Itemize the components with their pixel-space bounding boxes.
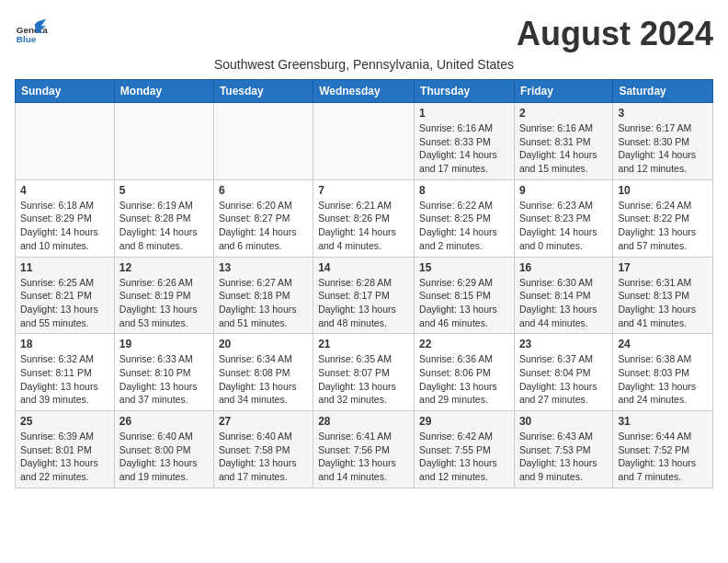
calendar-body: 1Sunrise: 6:16 AMSunset: 8:33 PMDaylight…: [16, 103, 713, 488]
day-number: 25: [20, 415, 109, 428]
day-info: Sunrise: 6:23 AMSunset: 8:23 PMDaylight:…: [519, 199, 608, 253]
column-header-sunday: Sunday: [16, 80, 115, 103]
calendar-cell: 10Sunrise: 6:24 AMSunset: 8:22 PMDayligh…: [613, 179, 713, 257]
calendar-cell: 20Sunrise: 6:34 AMSunset: 8:08 PMDayligh…: [213, 334, 313, 411]
day-number: 31: [618, 415, 708, 428]
calendar-cell: 23Sunrise: 6:37 AMSunset: 8:04 PMDayligh…: [514, 334, 612, 411]
column-header-friday: Friday: [514, 80, 612, 103]
day-info: Sunrise: 6:33 AMSunset: 8:10 PMDaylight:…: [119, 352, 209, 407]
day-info: Sunrise: 6:40 AMSunset: 8:00 PMDaylight:…: [119, 430, 209, 484]
day-number: 18: [20, 338, 109, 350]
column-header-tuesday: Tuesday: [213, 80, 313, 103]
column-header-saturday: Saturday: [613, 80, 713, 103]
day-number: 21: [318, 338, 409, 350]
calendar-cell: 31Sunrise: 6:44 AMSunset: 7:52 PMDayligh…: [613, 411, 713, 488]
day-info: Sunrise: 6:27 AMSunset: 8:18 PMDaylight:…: [219, 276, 308, 330]
day-info: Sunrise: 6:25 AMSunset: 8:21 PMDaylight:…: [20, 276, 109, 330]
calendar-cell: 2Sunrise: 6:16 AMSunset: 8:31 PMDaylight…: [514, 103, 612, 180]
day-number: 8: [419, 184, 509, 197]
day-number: 3: [618, 107, 708, 120]
day-info: Sunrise: 6:30 AMSunset: 8:14 PMDaylight:…: [519, 276, 608, 330]
day-info: Sunrise: 6:36 AMSunset: 8:06 PMDaylight:…: [419, 352, 509, 407]
day-number: 28: [318, 415, 409, 428]
day-number: 30: [519, 415, 608, 428]
header: General Blue August 2024: [15, 15, 713, 53]
day-info: Sunrise: 6:32 AMSunset: 8:11 PMDaylight:…: [20, 352, 109, 407]
day-number: 26: [119, 415, 209, 428]
day-number: 2: [519, 107, 608, 120]
calendar-cell: 18Sunrise: 6:32 AMSunset: 8:11 PMDayligh…: [16, 334, 115, 411]
calendar-cell: [213, 103, 313, 180]
day-info: Sunrise: 6:40 AMSunset: 7:58 PMDaylight:…: [219, 430, 308, 484]
day-number: 6: [219, 184, 308, 197]
day-number: 7: [318, 184, 409, 197]
calendar-cell: 6Sunrise: 6:20 AMSunset: 8:27 PMDaylight…: [213, 179, 313, 257]
svg-text:Blue: Blue: [17, 34, 37, 44]
calendar-cell: 1Sunrise: 6:16 AMSunset: 8:33 PMDaylight…: [415, 103, 515, 180]
day-info: Sunrise: 6:43 AMSunset: 7:53 PMDaylight:…: [519, 430, 608, 484]
logo: General Blue: [15, 15, 48, 48]
day-info: Sunrise: 6:31 AMSunset: 8:13 PMDaylight:…: [618, 276, 708, 330]
day-info: Sunrise: 6:41 AMSunset: 7:56 PMDaylight:…: [318, 430, 409, 484]
logo-icon: General Blue: [15, 15, 48, 48]
week-row-2: 4Sunrise: 6:18 AMSunset: 8:29 PMDaylight…: [16, 179, 713, 257]
day-info: Sunrise: 6:26 AMSunset: 8:19 PMDaylight:…: [119, 276, 209, 330]
day-info: Sunrise: 6:37 AMSunset: 8:04 PMDaylight:…: [519, 352, 608, 407]
day-info: Sunrise: 6:39 AMSunset: 8:01 PMDaylight:…: [20, 430, 109, 484]
header-row: SundayMondayTuesdayWednesdayThursdayFrid…: [16, 80, 713, 103]
day-info: Sunrise: 6:44 AMSunset: 7:52 PMDaylight:…: [618, 430, 708, 484]
calendar-cell: 11Sunrise: 6:25 AMSunset: 8:21 PMDayligh…: [16, 257, 115, 334]
calendar-cell: 8Sunrise: 6:22 AMSunset: 8:25 PMDaylight…: [415, 179, 515, 257]
day-info: Sunrise: 6:19 AMSunset: 8:28 PMDaylight:…: [119, 199, 209, 253]
day-number: 17: [618, 261, 708, 274]
calendar-cell: 3Sunrise: 6:17 AMSunset: 8:30 PMDaylight…: [613, 103, 713, 180]
day-number: 11: [20, 261, 109, 274]
calendar-cell: 28Sunrise: 6:41 AMSunset: 7:56 PMDayligh…: [313, 411, 415, 488]
day-info: Sunrise: 6:21 AMSunset: 8:26 PMDaylight:…: [318, 199, 409, 253]
calendar-cell: 25Sunrise: 6:39 AMSunset: 8:01 PMDayligh…: [16, 411, 115, 488]
calendar-cell: [313, 103, 415, 180]
calendar-cell: 14Sunrise: 6:28 AMSunset: 8:17 PMDayligh…: [313, 257, 415, 334]
day-info: Sunrise: 6:16 AMSunset: 8:31 PMDaylight:…: [519, 121, 608, 176]
day-info: Sunrise: 6:38 AMSunset: 8:03 PMDaylight:…: [618, 352, 708, 407]
calendar-cell: [16, 103, 115, 180]
day-info: Sunrise: 6:16 AMSunset: 8:33 PMDaylight:…: [419, 121, 509, 176]
calendar-header: SundayMondayTuesdayWednesdayThursdayFrid…: [16, 80, 713, 103]
day-number: 24: [618, 338, 708, 350]
calendar-cell: 26Sunrise: 6:40 AMSunset: 8:00 PMDayligh…: [114, 411, 213, 488]
day-number: 22: [419, 338, 509, 350]
day-info: Sunrise: 6:28 AMSunset: 8:17 PMDaylight:…: [318, 276, 409, 330]
day-number: 1: [419, 107, 509, 120]
day-info: Sunrise: 6:17 AMSunset: 8:30 PMDaylight:…: [618, 121, 708, 176]
week-row-4: 18Sunrise: 6:32 AMSunset: 8:11 PMDayligh…: [16, 334, 713, 411]
calendar-cell: 24Sunrise: 6:38 AMSunset: 8:03 PMDayligh…: [613, 334, 713, 411]
column-header-monday: Monday: [114, 80, 213, 103]
day-info: Sunrise: 6:24 AMSunset: 8:22 PMDaylight:…: [618, 199, 708, 253]
day-number: 12: [119, 261, 209, 274]
calendar-cell: 29Sunrise: 6:42 AMSunset: 7:55 PMDayligh…: [415, 411, 515, 488]
day-number: 19: [119, 338, 209, 350]
day-info: Sunrise: 6:34 AMSunset: 8:08 PMDaylight:…: [219, 352, 308, 407]
calendar-cell: 17Sunrise: 6:31 AMSunset: 8:13 PMDayligh…: [613, 257, 713, 334]
calendar-cell: [114, 103, 213, 180]
day-number: 9: [519, 184, 608, 197]
calendar-cell: 16Sunrise: 6:30 AMSunset: 8:14 PMDayligh…: [514, 257, 612, 334]
calendar-cell: 27Sunrise: 6:40 AMSunset: 7:58 PMDayligh…: [213, 411, 313, 488]
day-info: Sunrise: 6:18 AMSunset: 8:29 PMDaylight:…: [20, 199, 109, 253]
calendar-cell: 9Sunrise: 6:23 AMSunset: 8:23 PMDaylight…: [514, 179, 612, 257]
calendar-cell: 15Sunrise: 6:29 AMSunset: 8:15 PMDayligh…: [415, 257, 515, 334]
day-number: 10: [618, 184, 708, 197]
month-title: August 2024: [517, 15, 713, 53]
day-number: 16: [519, 261, 608, 274]
week-row-3: 11Sunrise: 6:25 AMSunset: 8:21 PMDayligh…: [16, 257, 713, 334]
day-info: Sunrise: 6:22 AMSunset: 8:25 PMDaylight:…: [419, 199, 509, 253]
calendar-cell: 12Sunrise: 6:26 AMSunset: 8:19 PMDayligh…: [114, 257, 213, 334]
day-info: Sunrise: 6:35 AMSunset: 8:07 PMDaylight:…: [318, 352, 409, 407]
day-number: 14: [318, 261, 409, 274]
day-number: 27: [219, 415, 308, 428]
calendar-cell: 5Sunrise: 6:19 AMSunset: 8:28 PMDaylight…: [114, 179, 213, 257]
day-number: 5: [119, 184, 209, 197]
calendar-cell: 30Sunrise: 6:43 AMSunset: 7:53 PMDayligh…: [514, 411, 612, 488]
day-info: Sunrise: 6:20 AMSunset: 8:27 PMDaylight:…: [219, 199, 308, 253]
week-row-5: 25Sunrise: 6:39 AMSunset: 8:01 PMDayligh…: [16, 411, 713, 488]
